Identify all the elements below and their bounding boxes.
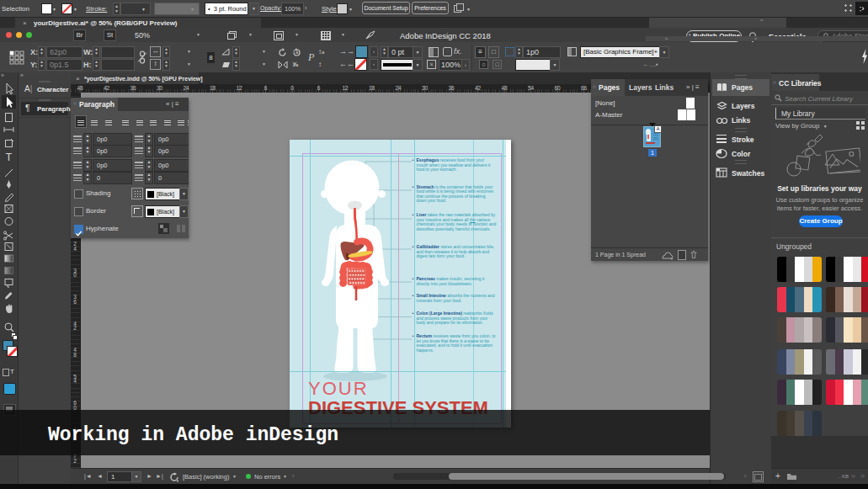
svg-text:T: T xyxy=(6,151,13,163)
